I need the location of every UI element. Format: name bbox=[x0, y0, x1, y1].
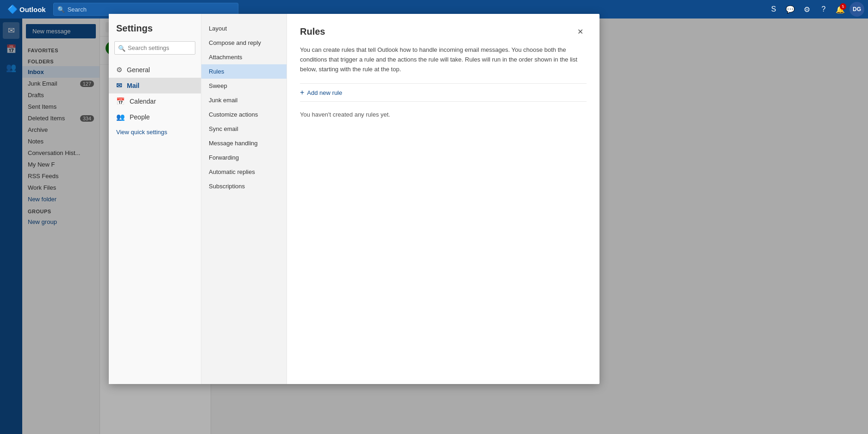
chat-icon[interactable]: 💬 bbox=[783, 2, 798, 17]
subnav-automatic-replies[interactable]: Automatic replies bbox=[201, 165, 287, 179]
settings-content: Rules ✕ You can create rules that tell O… bbox=[287, 14, 599, 384]
subnav-sweep[interactable]: Sweep bbox=[201, 79, 287, 93]
add-new-rule-row[interactable]: + Add new rule bbox=[300, 83, 587, 102]
calendar-icon: 📅 bbox=[116, 97, 125, 105]
settings-nav-mail[interactable]: ✉ Mail bbox=[109, 78, 201, 93]
mail-icon: ✉ bbox=[116, 81, 122, 90]
subnav-sync-email[interactable]: Sync email bbox=[201, 122, 287, 136]
view-quick-settings-link[interactable]: View quick settings bbox=[109, 125, 201, 139]
settings-content-header: Rules ✕ bbox=[300, 25, 587, 38]
settings-search-input[interactable] bbox=[114, 41, 195, 55]
settings-modal: Settings 🔍 ⚙ General ✉ Mail 📅 Calendar 👥… bbox=[109, 14, 599, 384]
outlook-logo: 🔷 Outlook bbox=[4, 2, 50, 16]
subnav-junk-email[interactable]: Junk email bbox=[201, 93, 287, 107]
subnav-compose-reply[interactable]: Compose and reply bbox=[201, 36, 287, 50]
skype-icon[interactable]: S bbox=[766, 2, 781, 17]
subnav-attachments[interactable]: Attachments bbox=[201, 50, 287, 64]
settings-nav: Settings 🔍 ⚙ General ✉ Mail 📅 Calendar 👥… bbox=[109, 14, 201, 384]
settings-nav-people[interactable]: 👥 People bbox=[109, 109, 201, 125]
settings-nav-calendar[interactable]: 📅 Calendar bbox=[109, 93, 201, 109]
no-rules-text: You haven't created any rules yet. bbox=[300, 111, 587, 118]
notification-count: 5 bbox=[840, 3, 846, 10]
subnav-customize-actions[interactable]: Customize actions bbox=[201, 107, 287, 122]
close-settings-button[interactable]: ✕ bbox=[574, 25, 587, 38]
top-bar-right: S 💬 ⚙ ? 🔔 5 DG bbox=[766, 2, 864, 17]
settings-subnav: Layout Compose and reply Attachments Rul… bbox=[201, 14, 287, 384]
add-new-rule-label: Add new rule bbox=[307, 89, 342, 96]
notifications-icon[interactable]: 🔔 5 bbox=[833, 2, 848, 17]
people-icon: 👥 bbox=[116, 113, 125, 121]
subnav-layout[interactable]: Layout bbox=[201, 21, 287, 36]
subnav-subscriptions[interactable]: Subscriptions bbox=[201, 179, 287, 193]
settings-nav-general[interactable]: ⚙ General bbox=[109, 62, 201, 78]
general-icon: ⚙ bbox=[116, 66, 122, 74]
subnav-forwarding[interactable]: Forwarding bbox=[201, 150, 287, 165]
add-icon: + bbox=[300, 88, 304, 97]
subnav-message-handling[interactable]: Message handling bbox=[201, 136, 287, 150]
settings-search-icon: 🔍 bbox=[118, 44, 125, 51]
avatar[interactable]: DG bbox=[849, 2, 864, 17]
settings-title: Settings bbox=[109, 23, 201, 41]
settings-icon[interactable]: ⚙ bbox=[799, 2, 814, 17]
outlook-icon: 🔷 bbox=[7, 4, 18, 14]
help-icon[interactable]: ? bbox=[816, 2, 831, 17]
subnav-rules[interactable]: Rules bbox=[201, 64, 287, 79]
settings-search-container: 🔍 bbox=[114, 41, 195, 55]
rules-title: Rules bbox=[300, 26, 325, 37]
search-icon: 🔍 bbox=[57, 6, 65, 13]
rules-description: You can create rules that tell Outlook h… bbox=[300, 45, 587, 74]
